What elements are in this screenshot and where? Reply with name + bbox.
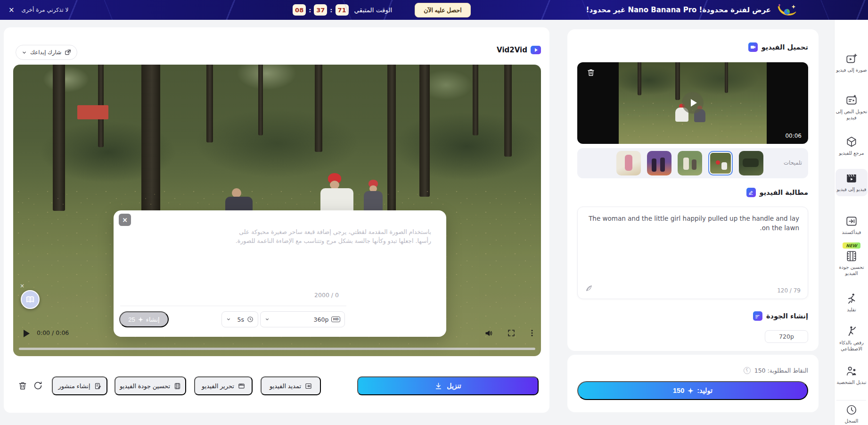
dont-remind-link[interactable]: لا تذكرني مرة أخرى [22, 7, 69, 13]
extend-video-icon [305, 383, 312, 390]
playback-time: 0:00 / 0:06 [37, 329, 69, 336]
share-icon [65, 49, 71, 56]
sidebar-item-character-swap[interactable]: تبديل الشخصية [835, 365, 868, 385]
settings-panel: تحميل الفيديو 00:06 [567, 29, 819, 351]
sidebar-item-enhance-video[interactable]: NEW تحسين جودة الفيديو [835, 242, 868, 276]
sidebar-divider [836, 400, 866, 400]
banana-logo-icon [776, 2, 797, 18]
prompt-value[interactable]: The woman and the little girl happily pu… [586, 214, 799, 233]
hint-thumbnail-selected[interactable] [708, 151, 733, 175]
generation-quality-header: إنشاء الجودة [753, 311, 808, 321]
quality-720p-chip[interactable]: 720p [765, 330, 808, 343]
modal-divider [120, 306, 346, 306]
more-options-icon[interactable] [528, 329, 536, 337]
video-prompt-box[interactable]: The woman and the little girl happily pu… [577, 207, 808, 299]
text-to-video-icon [845, 94, 858, 107]
hd-icon: HD [331, 317, 340, 322]
sidebar-item-video-to-video[interactable]: فيديو إلى فيديو [835, 169, 868, 196]
regenerate-icon[interactable] [33, 381, 43, 391]
new-badge: NEW [843, 242, 860, 249]
quill-icon[interactable] [585, 284, 593, 292]
page-title: Vid2Vid [497, 46, 527, 54]
hint-thumbnail[interactable] [647, 151, 671, 175]
prompt-pencil-icon [746, 188, 756, 197]
sidebar-item-ai-dance[interactable]: رقص بالذكاء الاصطناعي [835, 325, 868, 352]
imitate-icon [845, 292, 858, 305]
clock-icon [247, 316, 254, 323]
create-button[interactable]: إنشاء 25 [119, 311, 169, 327]
play-button[interactable] [24, 330, 30, 337]
share-creation-button[interactable]: شارك إبداعك [16, 45, 77, 60]
required-points-row: النقاط المطلوبة: 150 ؟ [744, 367, 808, 374]
volume-icon[interactable] [484, 329, 493, 338]
timer-seconds: 08 [293, 4, 306, 16]
video-prompt-header: مطالبة الفيديو [746, 188, 808, 197]
uploaded-video-preview[interactable]: 00:06 [577, 62, 808, 144]
generate-panel: النقاط المطلوبة: 150 ؟ توليد: 150 [567, 355, 819, 412]
mini-widget-close-icon[interactable]: × [20, 283, 25, 289]
countdown-timer: 71 : 37 : 08 [293, 4, 348, 16]
page-title-group: Vid2Vid [475, 46, 541, 54]
sidebar-item-imitate[interactable]: تقليد [835, 292, 868, 313]
sidebar-item-image-to-video[interactable]: صورة إلى فيديو [835, 53, 868, 73]
vid2vid-icon [531, 46, 541, 54]
chevron-down-icon [265, 317, 270, 322]
extend-video-button[interactable]: تمديد الفيديو [261, 376, 321, 395]
sparkle-icon [688, 388, 694, 394]
sidebar-item-video-reference[interactable]: مرجع للفيديو [835, 136, 868, 156]
sidebar-item-text-to-video[interactable]: تحويل النص إلى فيديو [835, 94, 868, 121]
download-button[interactable]: تنزيل [357, 376, 539, 395]
modal-close-icon[interactable]: × [119, 214, 131, 226]
video-upload-icon [748, 42, 758, 52]
time-remaining-label: الوقت المتبقي [354, 6, 393, 14]
create-post-icon [94, 383, 101, 390]
remove-video-icon[interactable] [587, 68, 595, 77]
help-icon[interactable]: ؟ [744, 367, 751, 374]
generate-button[interactable]: توليد: 150 [577, 381, 808, 400]
ai-dance-icon [845, 325, 858, 338]
fullscreen-icon[interactable] [507, 329, 516, 337]
chevron-down-icon [22, 50, 27, 55]
history-icon [845, 404, 858, 416]
video-to-video-icon [845, 172, 858, 184]
video-reference-icon [845, 136, 858, 148]
seek-bar[interactable] [19, 348, 535, 350]
edit-video-icon [238, 383, 245, 390]
edit-video-button[interactable]: تحرير الفيديو [194, 376, 253, 395]
get-it-now-button[interactable]: احصل عليه الآن [415, 3, 470, 17]
duration-select[interactable]: 5s [221, 311, 258, 327]
sidebar-item-history[interactable]: السجل [835, 404, 868, 424]
image-to-video-icon [845, 53, 858, 65]
promo-text: عرض لفترة محدودة! Nano Banana Pro غير مح… [586, 6, 771, 14]
download-icon [434, 382, 442, 390]
prompt-textarea[interactable]: باستخدام الصورة المقدمة لقطتي، يرجى إضاف… [229, 227, 431, 246]
delete-icon[interactable] [18, 381, 27, 391]
prompt-char-counter: 120 / 79 [777, 287, 801, 294]
enhance-video-button[interactable]: تحسين جودة الفيديو [115, 376, 186, 395]
prompt-modal: × باستخدام الصورة المقدمة لقطتي، يرجى إض… [114, 210, 446, 337]
mini-collection-widget: × [21, 290, 40, 309]
vidextend-icon [845, 215, 858, 227]
chevron-down-icon [226, 317, 231, 322]
hint-thumbnail[interactable] [678, 151, 702, 175]
share-label: شارك إبداعك [30, 49, 61, 56]
book-icon[interactable] [21, 290, 40, 309]
promo-bar: عرض لفترة محدودة! Nano Banana Pro غير مح… [0, 0, 868, 20]
preview-play-icon[interactable] [682, 92, 704, 114]
enhance-video-icon [174, 383, 181, 390]
hint-thumbnail[interactable] [739, 151, 763, 175]
hint-thumbnails-strip: تلميحات [577, 148, 808, 178]
dismiss-group: لا تذكرني مرة أخرى × [8, 7, 68, 14]
upload-video-header: تحميل الفيديو [748, 42, 808, 52]
character-swap-icon [845, 365, 858, 377]
close-icon[interactable]: × [8, 7, 15, 14]
hint-thumbnail[interactable] [616, 151, 641, 175]
required-points-label: النقاط المطلوبة: 150 [754, 367, 808, 374]
sidebar-item-vidextend[interactable]: فيدأكستند [835, 215, 868, 235]
enhance-video-icon [845, 250, 858, 262]
vid2vid-app: عرض لفترة محدودة! Nano Banana Pro غير مح… [0, 0, 868, 425]
red-fence [77, 105, 108, 119]
create-post-button[interactable]: إنشاء منشور [52, 376, 107, 395]
resolution-select[interactable]: HD 360p [260, 311, 345, 327]
timer-hours: 71 [336, 4, 349, 16]
